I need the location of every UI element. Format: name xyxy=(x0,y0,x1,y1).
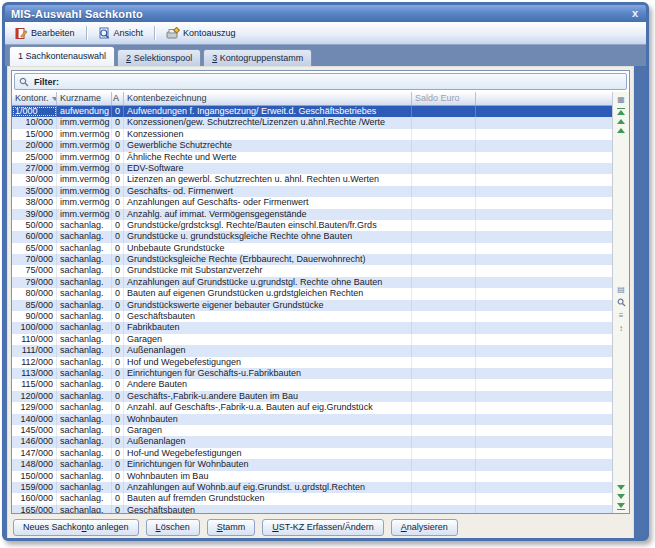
cell-saldo xyxy=(412,322,476,333)
cell-kz: sachanlag. xyxy=(57,220,112,231)
sort-icon[interactable]: ↕ xyxy=(615,323,628,334)
column-header-kontonr[interactable]: Kontonr. xyxy=(12,92,57,105)
cell-nr: 35/000 xyxy=(12,186,57,197)
scroll-top-icon[interactable] xyxy=(617,108,625,115)
cell-kz: imm.vermög xyxy=(57,174,112,185)
cell-nr: 113/000 xyxy=(12,368,57,379)
cell-a: 0 xyxy=(112,231,124,242)
table-row[interactable]: 85/000sachanlag.0Grundstückswerte eigene… xyxy=(12,300,612,311)
cell-nr: 160/000 xyxy=(12,493,57,504)
account-statement-button[interactable]: Kontoauszug xyxy=(160,25,242,42)
layout-icon[interactable]: ▤ xyxy=(615,284,628,295)
table-row[interactable]: 90/000sachanlag.0Geschäftsbauten xyxy=(12,311,612,322)
table-row[interactable]: 60/000sachanlag.0Grundstücke u. grundstü… xyxy=(12,231,612,242)
analyze-button[interactable]: Analysieren xyxy=(391,519,458,536)
table-row[interactable]: 65/000sachanlag.0Unbebaute Grundstücke xyxy=(12,243,612,254)
tab-kontogruppenstamm[interactable]: 3 Kontogruppenstamm xyxy=(203,49,312,66)
cell-a: 0 xyxy=(112,152,124,163)
close-button[interactable]: x xyxy=(632,6,638,21)
table-row[interactable]: 148/000sachanlag.0Einrichtungen für Wohn… xyxy=(12,459,612,470)
column-header-label: Kontonr. xyxy=(15,92,49,105)
page-up-icon[interactable] xyxy=(617,128,625,133)
cell-saldo xyxy=(412,129,476,140)
view-button[interactable]: Ansicht xyxy=(92,25,150,42)
table-row[interactable]: 1/000aufwendung0Aufwendungen f. Ingangse… xyxy=(12,106,612,117)
filter-bar[interactable]: Filter: xyxy=(14,73,627,90)
scroll-up-icon[interactable] xyxy=(617,119,625,124)
cell-nr: 110/000 xyxy=(12,334,57,345)
cell-kz: sachanlag. xyxy=(57,334,112,345)
cell-kz: sachanlag. xyxy=(57,265,112,276)
table-row[interactable]: 30/000imm.vermög0Lizenzen an gewerbl. Sc… xyxy=(12,174,612,185)
tab-sachkontenauswahl[interactable]: 1 Sachkontenauswahl xyxy=(9,46,115,66)
cell-kz: sachanlag. xyxy=(57,368,112,379)
column-header-label: Kurzname xyxy=(60,92,101,105)
column-header-kurzname[interactable]: Kurzname xyxy=(57,92,112,105)
table-row[interactable]: 35/000imm.vermög0Geschäfts- od. Firmenwe… xyxy=(12,186,612,197)
cell-nr: 38/000 xyxy=(12,197,57,208)
delete-button[interactable]: Löschen xyxy=(146,519,200,536)
column-header-a[interactable]: A xyxy=(112,92,124,105)
table-row[interactable]: 159/000sachanlag.0Anzahlungen auf Wohnb.… xyxy=(12,482,612,493)
table-row[interactable]: 129/000sachanlag.0Anzahl. auf Geschäfts-… xyxy=(12,402,612,413)
scroll-down-icon[interactable] xyxy=(617,494,625,499)
cell-saldo xyxy=(412,436,476,447)
vat-code-button[interactable]: UST-KZ Erfassen/Ändern xyxy=(262,519,384,536)
table-row[interactable]: 79/000sachanlag.0Anzahlungen auf Grundst… xyxy=(12,277,612,288)
column-header-saldo-euro[interactable]: Saldo Euro xyxy=(412,92,476,105)
cell-bez: Andere Bauten xyxy=(124,379,412,390)
edit-button[interactable]: Bearbeiten xyxy=(9,25,81,42)
table-row[interactable]: 140/000sachanlag.0Wohnbauten xyxy=(12,414,612,425)
cell-rest xyxy=(476,220,612,231)
column-options-icon[interactable]: ▦ xyxy=(615,94,628,105)
table-row[interactable]: 147/000sachanlag.0Hof-und Wegebefestigun… xyxy=(12,448,612,459)
table-row[interactable]: 146/000sachanlag.0Außenanlagen xyxy=(12,436,612,447)
table-row[interactable]: 50/000sachanlag.0Grundstücke/grdstcksgl.… xyxy=(12,220,612,231)
cell-bez: Bauten auf fremden Grundstücken xyxy=(124,493,412,504)
new-account-button[interactable]: Neues Sachkonto anlegen xyxy=(13,519,139,536)
cell-kz: imm.vermög xyxy=(57,117,112,128)
table-row[interactable]: 70/000sachanlag.0Grundstücksgleiche Rech… xyxy=(12,254,612,265)
table-row[interactable]: 80/000sachanlag.0Bauten auf eigenen Grun… xyxy=(12,288,612,299)
cell-rest xyxy=(476,197,612,208)
table-row[interactable]: 145/000sachanlag.0Garagen xyxy=(12,425,612,436)
master-data-button[interactable]: Stamm xyxy=(207,519,256,536)
table-row[interactable]: 10/000imm.vermög0Konzessionen/gew. Schut… xyxy=(12,117,612,128)
cell-kz: sachanlag. xyxy=(57,231,112,242)
cell-saldo xyxy=(412,482,476,493)
table-row[interactable]: 110/000sachanlag.0Garagen xyxy=(12,334,612,345)
table-row[interactable]: 120/000sachanlag.0Geschäfts-,Fabrik-u.an… xyxy=(12,391,612,402)
table-row[interactable]: 100/000sachanlag.0Fabrikbauten xyxy=(12,322,612,333)
table-row[interactable]: 27/000imm.vermög0EDV-Software xyxy=(12,163,612,174)
cell-kz: sachanlag. xyxy=(57,254,112,265)
cell-kz: sachanlag. xyxy=(57,471,112,482)
cell-kz: sachanlag. xyxy=(57,322,112,333)
tab-key: 1 xyxy=(18,51,23,61)
table-row[interactable]: 75/000sachanlag.0Grundstücke mit Substan… xyxy=(12,265,612,276)
table-row[interactable]: 150/000sachanlag.0Wohnbauten im Bau xyxy=(12,471,612,482)
cell-nr: 39/000 xyxy=(12,209,57,220)
table-row[interactable]: 15/000imm.vermög0Konzessionen xyxy=(12,129,612,140)
table-row[interactable]: 115/000sachanlag.0Andere Bauten xyxy=(12,379,612,390)
tab-key: 3 xyxy=(212,53,217,63)
table-row[interactable]: 25/000imm.vermög0Ähnliche Rechte und Wer… xyxy=(12,152,612,163)
table-row[interactable]: 113/000sachanlag.0Einrichtungen für Gesc… xyxy=(12,368,612,379)
table-row[interactable]: 39/000imm.vermög0Anzahlg. auf immat. Ver… xyxy=(12,209,612,220)
cell-kz: aufwendung xyxy=(57,106,112,117)
report-icon[interactable]: ≡ xyxy=(615,310,628,321)
table-row[interactable]: 111/000sachanlag.0Außenanlagen xyxy=(12,345,612,356)
table-row[interactable]: 165/000sachanlag.0Geschäftsbauten xyxy=(12,505,612,513)
table-row[interactable]: 112/000sachanlag.0Hof und Wegebefestigun… xyxy=(12,357,612,368)
column-header-kontenbezeichnung[interactable]: Kontenbezeichnung xyxy=(124,92,412,105)
table-row[interactable]: 20/000imm.vermög0Gewerbliche Schutzrecht… xyxy=(12,140,612,151)
table-row[interactable]: 38/000imm.vermög0Anzahlungen auf Geschäf… xyxy=(12,197,612,208)
scroll-bottom-icon[interactable] xyxy=(617,503,625,510)
title-bar[interactable]: MIS-Auswahl Sachkonto x xyxy=(5,5,646,22)
table-row[interactable]: 160/000sachanlag.0Bauten auf fremden Gru… xyxy=(12,493,612,504)
cell-a: 0 xyxy=(112,311,124,322)
tab-selektionspool[interactable]: 2 Selektionspool xyxy=(117,49,201,66)
cell-a: 0 xyxy=(112,265,124,276)
search-icon[interactable] xyxy=(615,297,628,308)
page-down-icon[interactable] xyxy=(617,485,625,490)
cell-a: 0 xyxy=(112,140,124,151)
